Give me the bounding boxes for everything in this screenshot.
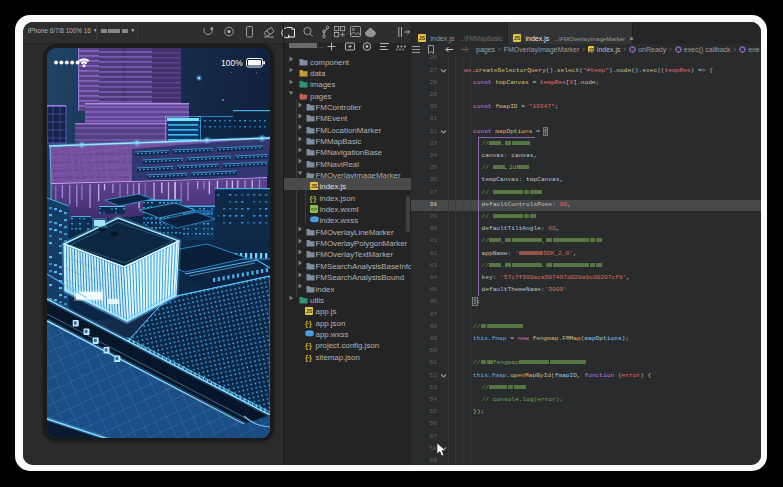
svg-text:JS: JS	[419, 35, 426, 41]
svg-text:JS: JS	[589, 47, 595, 52]
svg-text:JS: JS	[514, 35, 521, 41]
svg-text:100%: 100%	[221, 57, 243, 67]
